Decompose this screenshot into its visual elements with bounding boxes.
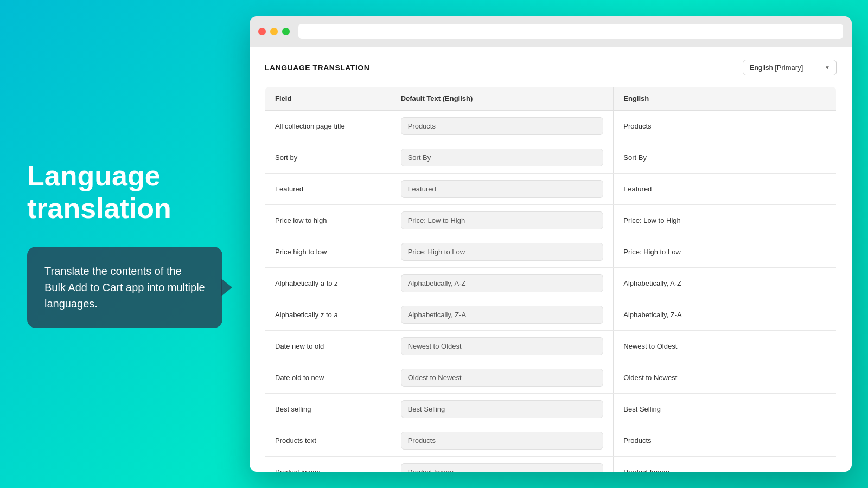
field-label: Sort by: [265, 142, 391, 174]
default-text-input: [401, 432, 604, 450]
english-text-input[interactable]: [623, 405, 826, 413]
main-title: Language translation: [27, 160, 222, 225]
english-text-input[interactable]: [623, 468, 826, 472]
left-panel: Language translation Translate the conte…: [0, 127, 250, 361]
browser-window: LANGUAGE TRANSLATION English [Primary] S…: [250, 16, 852, 472]
english-text-cell[interactable]: [614, 394, 837, 425]
english-text-cell[interactable]: [614, 299, 837, 331]
language-selector-wrapper[interactable]: English [Primary] Spanish French German …: [743, 60, 837, 75]
english-text-cell[interactable]: [614, 174, 837, 205]
field-label: Date old to new: [265, 362, 391, 394]
field-label: Best selling: [265, 394, 391, 425]
field-label: Alphabetically z to a: [265, 299, 391, 331]
app-title: LANGUAGE TRANSLATION: [265, 63, 369, 72]
field-label: Featured: [265, 174, 391, 205]
table-row: Alphabetically z to a: [265, 299, 837, 331]
english-text-input[interactable]: [623, 342, 826, 350]
default-text-cell: [391, 299, 614, 331]
default-text-cell: [391, 457, 614, 472]
default-text-cell: [391, 142, 614, 174]
table-row: Sort by: [265, 142, 837, 174]
english-text-input[interactable]: [623, 185, 826, 193]
col-header-english: English: [614, 87, 837, 111]
english-text-cell[interactable]: [614, 205, 837, 236]
col-header-default: Default Text (English): [391, 87, 614, 111]
default-text-input: [401, 211, 604, 229]
default-text-input: [401, 337, 604, 355]
table-row: Alphabetically a to z: [265, 268, 837, 299]
english-text-input[interactable]: [623, 374, 826, 382]
translation-table: Field Default Text (English) English All…: [265, 86, 837, 472]
english-text-input[interactable]: [623, 216, 826, 224]
english-text-input[interactable]: [623, 122, 826, 130]
default-text-input: [401, 306, 604, 324]
english-text-cell[interactable]: [614, 331, 837, 362]
english-text-input[interactable]: [623, 248, 826, 256]
table-row: Products text: [265, 425, 837, 457]
table-row: Date new to old: [265, 331, 837, 362]
table-row: All collection page title: [265, 111, 837, 142]
default-text-cell: [391, 362, 614, 394]
traffic-light-green[interactable]: [282, 28, 290, 35]
english-text-cell[interactable]: [614, 362, 837, 394]
english-text-input[interactable]: [623, 279, 826, 287]
english-text-input[interactable]: [623, 436, 826, 445]
field-label: Product image: [265, 457, 391, 472]
default-text-input: [401, 149, 604, 166]
english-text-cell[interactable]: [614, 142, 837, 174]
default-text-input: [401, 369, 604, 387]
app-header: LANGUAGE TRANSLATION English [Primary] S…: [265, 60, 837, 75]
table-header: Field Default Text (English) English: [265, 87, 837, 111]
browser-titlebar: [250, 16, 852, 47]
default-text-input: [401, 463, 604, 472]
default-text-input: [401, 400, 604, 418]
traffic-light-yellow[interactable]: [270, 28, 278, 35]
english-text-cell[interactable]: [614, 111, 837, 142]
field-label: Price high to low: [265, 236, 391, 268]
col-header-field: Field: [265, 87, 391, 111]
default-text-cell: [391, 331, 614, 362]
default-text-cell: [391, 236, 614, 268]
traffic-light-red[interactable]: [258, 28, 266, 35]
description-text: Translate the contents of the Bulk Add t…: [44, 263, 205, 312]
address-bar[interactable]: [298, 24, 843, 39]
default-text-cell: [391, 174, 614, 205]
default-text-cell: [391, 425, 614, 457]
default-text-cell: [391, 268, 614, 299]
app-content: LANGUAGE TRANSLATION English [Primary] S…: [250, 47, 852, 472]
default-text-input: [401, 180, 604, 198]
english-text-input[interactable]: [623, 311, 826, 319]
english-text-input[interactable]: [623, 153, 826, 162]
default-text-cell: [391, 111, 614, 142]
default-text-cell: [391, 394, 614, 425]
english-text-cell[interactable]: [614, 457, 837, 472]
field-label: Price low to high: [265, 205, 391, 236]
default-text-input: [401, 274, 604, 292]
field-label: Alphabetically a to z: [265, 268, 391, 299]
english-text-cell[interactable]: [614, 425, 837, 457]
table-row: Product image: [265, 457, 837, 472]
field-label: Date new to old: [265, 331, 391, 362]
field-label: All collection page title: [265, 111, 391, 142]
field-label: Products text: [265, 425, 391, 457]
table-row: Price high to low: [265, 236, 837, 268]
language-select[interactable]: English [Primary] Spanish French German: [743, 60, 821, 75]
table-row: Price low to high: [265, 205, 837, 236]
description-box: Translate the contents of the Bulk Add t…: [27, 247, 222, 328]
english-text-cell[interactable]: [614, 268, 837, 299]
english-text-cell[interactable]: [614, 236, 837, 268]
table-row: Featured: [265, 174, 837, 205]
table-body: All collection page titleSort byFeatured…: [265, 111, 837, 472]
default-text-input: [401, 117, 604, 135]
default-text-cell: [391, 205, 614, 236]
select-arrow-icon: ▼: [821, 65, 834, 70]
default-text-input: [401, 243, 604, 261]
table-row: Best selling: [265, 394, 837, 425]
table-row: Date old to new: [265, 362, 837, 394]
